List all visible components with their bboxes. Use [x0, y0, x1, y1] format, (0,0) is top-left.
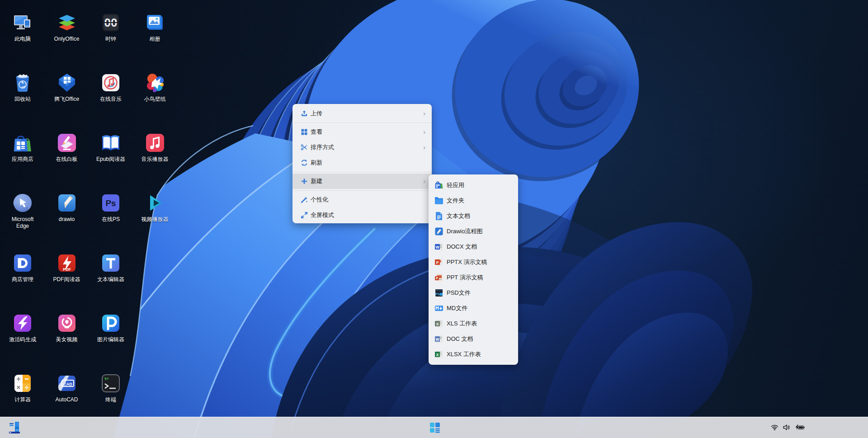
svg-text:P: P	[436, 277, 438, 280]
svg-text:W: W	[435, 245, 439, 250]
svg-text:$#: $#	[104, 377, 109, 381]
svg-text:W: W	[435, 337, 439, 342]
svg-text:X: X	[436, 353, 439, 357]
svg-text:PDF: PDF	[63, 267, 71, 272]
svg-text:Ps: Ps	[435, 292, 440, 296]
svg-text:Ps: Ps	[105, 198, 116, 208]
svg-text:X: X	[436, 322, 439, 326]
svg-text:P: P	[436, 260, 439, 265]
svg-text:CAD: CAD	[63, 382, 72, 386]
